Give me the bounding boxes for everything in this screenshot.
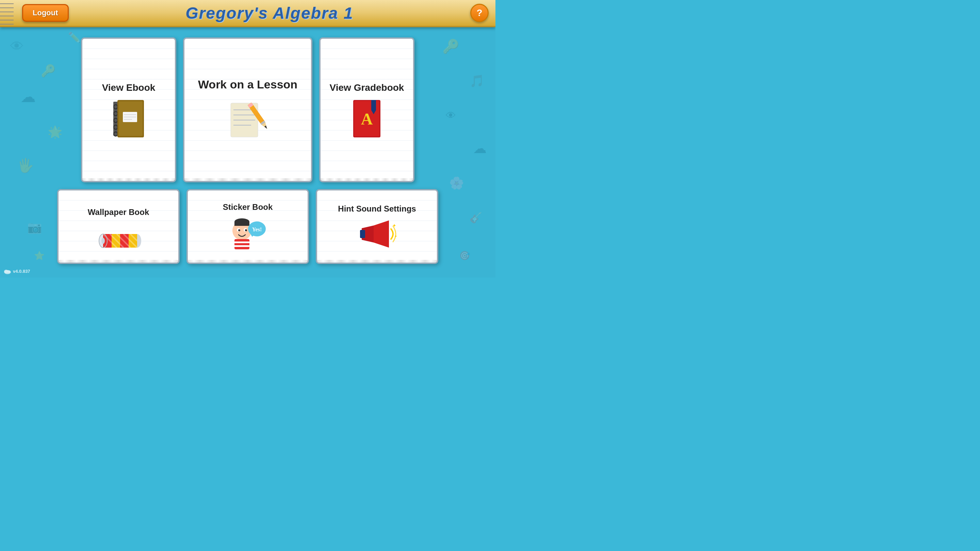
sticker-icon: Yes! xyxy=(229,217,266,251)
bottom-row: Wallpaper Book xyxy=(14,189,482,264)
version-label: v4.0.837 xyxy=(13,269,30,274)
ebook-card-content: View Ebook xyxy=(82,39,175,181)
sticker-book-card[interactable]: Sticker Book xyxy=(186,189,309,264)
svg-text:A: A xyxy=(361,110,373,128)
wallpaper-card-content: Wallpaper Book xyxy=(59,191,178,263)
svg-rect-67 xyxy=(234,241,250,243)
header: Logout Gregory's Algebra 1 ? xyxy=(0,0,495,27)
view-gradebook-card[interactable]: View Gradebook A xyxy=(319,37,414,182)
svg-rect-66 xyxy=(234,239,250,249)
gradebook-card-content: View Gradebook A xyxy=(321,39,413,181)
svg-rect-41 xyxy=(371,100,376,110)
svg-point-79 xyxy=(7,270,11,273)
svg-rect-61 xyxy=(234,222,250,226)
lesson-card-content: Work on a Lesson xyxy=(185,39,311,181)
help-button[interactable]: ? xyxy=(470,4,488,22)
wallpaper-book-card[interactable]: Wallpaper Book xyxy=(57,189,180,264)
wallpaper-card-title: Wallpaper Book xyxy=(88,208,149,217)
sound-icon: ✦ ✦ xyxy=(358,219,396,249)
ebook-card-title: View Ebook xyxy=(102,82,156,93)
svg-point-64 xyxy=(238,229,240,231)
main-content: View Ebook xyxy=(0,27,495,278)
svg-point-58 xyxy=(102,238,105,244)
svg-point-65 xyxy=(245,229,247,231)
svg-text:✦: ✦ xyxy=(395,234,397,238)
lesson-icon xyxy=(227,98,268,142)
gradebook-card-title: View Gradebook xyxy=(330,82,404,93)
ebook-icon xyxy=(113,100,144,137)
svg-rect-74 xyxy=(360,230,365,238)
app-title: Gregory's Algebra 1 xyxy=(185,4,353,22)
lesson-card-title: Work on a Lesson xyxy=(198,78,298,91)
sticker-card-title: Sticker Book xyxy=(223,202,273,212)
svg-text:Yes!: Yes! xyxy=(252,227,262,232)
gradebook-icon: A xyxy=(352,100,382,137)
sticker-card-content: Sticker Book xyxy=(188,191,308,263)
version-info: v4.0.837 xyxy=(3,268,30,274)
work-on-lesson-card[interactable]: Work on a Lesson xyxy=(183,37,312,182)
hint-sound-settings-card[interactable]: Hint Sound Settings ✦ xyxy=(316,189,438,264)
svg-marker-73 xyxy=(374,221,389,248)
wallpaper-icon xyxy=(96,222,140,246)
view-ebook-card[interactable]: View Ebook xyxy=(81,37,176,182)
logout-button[interactable]: Logout xyxy=(22,4,69,22)
sound-card-title: Hint Sound Settings xyxy=(338,204,416,214)
sound-card-content: Hint Sound Settings ✦ xyxy=(317,191,437,263)
top-row: View Ebook xyxy=(14,37,482,182)
svg-text:✦: ✦ xyxy=(392,223,396,228)
cloud-version: v4.0.837 xyxy=(3,268,30,274)
svg-rect-68 xyxy=(234,245,250,247)
